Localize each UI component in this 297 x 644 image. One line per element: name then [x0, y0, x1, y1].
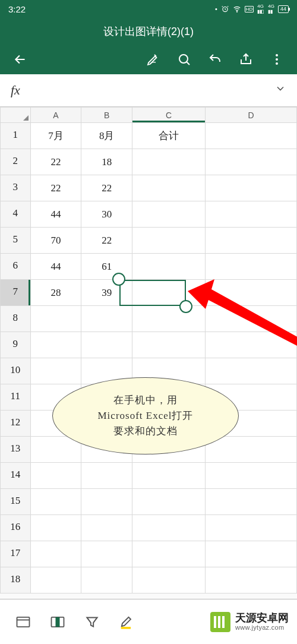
cell[interactable]: [206, 541, 297, 567]
cell[interactable]: [132, 228, 205, 254]
selection-handle-top-left[interactable]: [112, 273, 125, 286]
cell[interactable]: [132, 175, 205, 201]
formula-bar[interactable]: fx: [0, 74, 297, 107]
cell[interactable]: [132, 254, 205, 280]
cell[interactable]: [30, 463, 81, 489]
share-button[interactable]: [233, 46, 259, 72]
cell[interactable]: [132, 149, 205, 175]
cell[interactable]: [81, 306, 132, 332]
cell[interactable]: [206, 437, 297, 463]
cell[interactable]: 22: [30, 149, 81, 175]
search-button[interactable]: [171, 46, 197, 72]
row-header[interactable]: 8: [1, 306, 31, 332]
cell[interactable]: [132, 463, 205, 489]
cell[interactable]: [206, 280, 297, 306]
cell[interactable]: [206, 567, 297, 594]
cell[interactable]: 44: [30, 254, 81, 280]
cell[interactable]: 70: [30, 228, 81, 254]
row-header[interactable]: 7: [1, 280, 31, 306]
row-header[interactable]: 15: [1, 489, 31, 515]
cell[interactable]: [206, 228, 297, 254]
col-header-B[interactable]: B: [81, 108, 132, 123]
cell[interactable]: [206, 254, 297, 280]
cell[interactable]: [206, 306, 297, 332]
sheet-button[interactable]: [6, 605, 40, 639]
row-header[interactable]: 13: [1, 437, 31, 463]
cell[interactable]: 22: [81, 175, 132, 201]
cell[interactable]: [132, 332, 205, 358]
grid[interactable]: A B C D 1 7月 8月 合计 2 22 18 3 22 22 4 44 …: [0, 107, 297, 594]
cell[interactable]: [206, 332, 297, 358]
cell[interactable]: [30, 515, 81, 541]
row-header[interactable]: 6: [1, 254, 31, 280]
cell[interactable]: [132, 567, 205, 594]
cell[interactable]: [132, 489, 205, 515]
cell[interactable]: [30, 358, 81, 384]
cell[interactable]: [81, 489, 132, 515]
spreadsheet[interactable]: A B C D 1 7月 8月 合计 2 22 18 3 22 22 4 44 …: [0, 107, 297, 644]
cell[interactable]: 18: [81, 149, 132, 175]
cell[interactable]: [132, 306, 205, 332]
cell[interactable]: [206, 515, 297, 541]
cell[interactable]: [206, 149, 297, 175]
more-menu-button[interactable]: [264, 46, 290, 72]
cell[interactable]: [81, 541, 132, 567]
row-header[interactable]: 18: [1, 567, 31, 594]
row-header[interactable]: 11: [1, 384, 31, 411]
cell[interactable]: [132, 515, 205, 541]
row-header[interactable]: 14: [1, 463, 31, 489]
cell[interactable]: [30, 541, 81, 567]
edit-pen-button[interactable]: [140, 46, 166, 72]
cell[interactable]: [132, 201, 205, 228]
cell[interactable]: [206, 201, 297, 228]
back-button[interactable]: [7, 46, 33, 72]
selection-handle-bottom-right[interactable]: [179, 300, 192, 313]
row-header[interactable]: 16: [1, 515, 31, 541]
cell[interactable]: [30, 332, 81, 358]
cell[interactable]: 合计: [132, 123, 205, 149]
undo-button[interactable]: [202, 46, 228, 72]
cell[interactable]: 44: [30, 201, 81, 228]
column-button[interactable]: [40, 605, 75, 639]
row-header[interactable]: 5: [1, 228, 31, 254]
col-header-A[interactable]: A: [30, 108, 81, 123]
row-header[interactable]: 17: [1, 541, 31, 567]
cell[interactable]: 28: [30, 280, 81, 306]
cell[interactable]: 22: [81, 228, 132, 254]
chevron-down-icon[interactable]: [274, 83, 286, 98]
highlight-button[interactable]: [109, 605, 144, 639]
row-header[interactable]: 9: [1, 332, 31, 358]
cell[interactable]: [132, 541, 205, 567]
row-header[interactable]: 2: [1, 149, 31, 175]
filter-button[interactable]: [75, 605, 109, 639]
cell[interactable]: [30, 306, 81, 332]
row-header[interactable]: 1: [1, 123, 31, 149]
cell[interactable]: 39: [81, 280, 132, 306]
row-header[interactable]: 12: [1, 411, 31, 437]
cell[interactable]: [206, 123, 297, 149]
cell[interactable]: [81, 332, 132, 358]
col-header-D[interactable]: D: [206, 108, 297, 123]
cell[interactable]: [81, 567, 132, 594]
row-header[interactable]: 4: [1, 201, 31, 228]
cell[interactable]: [206, 489, 297, 515]
cell[interactable]: [81, 515, 132, 541]
select-all-corner[interactable]: [1, 108, 31, 123]
row-header[interactable]: 10: [1, 358, 31, 384]
signal-2-icon: 4G▮▮: [268, 4, 274, 14]
cell[interactable]: [206, 463, 297, 489]
cell[interactable]: 7月: [30, 123, 81, 149]
cell[interactable]: [206, 175, 297, 201]
col-header-C[interactable]: C: [132, 108, 205, 123]
battery-level: 44: [280, 6, 286, 12]
cell[interactable]: [81, 463, 132, 489]
cell[interactable]: [132, 280, 205, 306]
cell[interactable]: [206, 358, 297, 384]
callout-ellipse: 在手机中，用 Microsoft Excel打开 要求和的文档: [52, 377, 239, 454]
cell[interactable]: 8月: [81, 123, 132, 149]
cell[interactable]: 22: [30, 175, 81, 201]
row-header[interactable]: 3: [1, 175, 31, 201]
cell[interactable]: [30, 489, 81, 515]
cell[interactable]: [30, 567, 81, 594]
cell[interactable]: 30: [81, 201, 132, 228]
